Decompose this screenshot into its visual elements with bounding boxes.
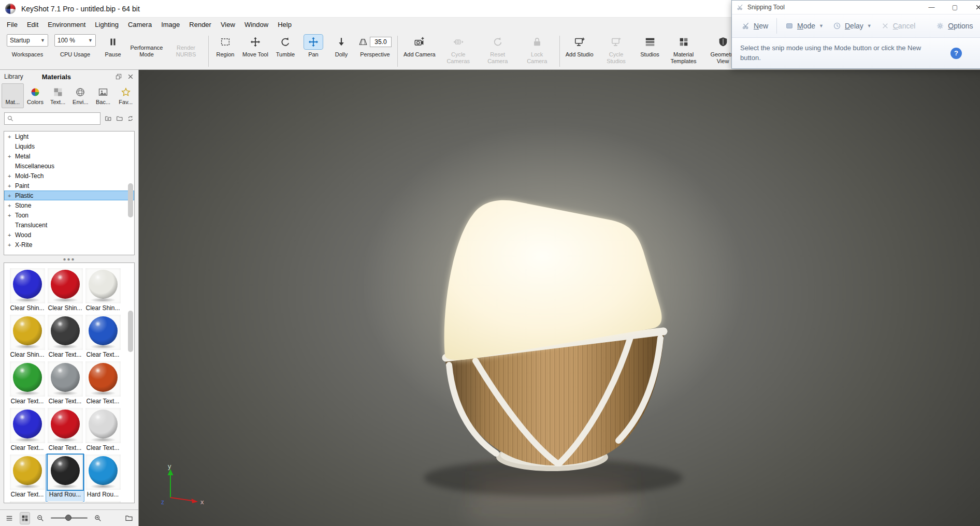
tree-item-plastic[interactable]: +Plastic	[4, 191, 134, 200]
tree-item-mold-tech[interactable]: +Mold-Tech	[4, 171, 134, 181]
zoom-out-button[interactable]	[35, 513, 45, 524]
open-folder-button[interactable]	[124, 513, 134, 524]
material-item[interactable]: Clear Text...	[46, 315, 84, 361]
material-item[interactable]: Clear Shin...	[84, 268, 122, 315]
tree-item-liquids[interactable]: Liquids	[4, 141, 134, 151]
tree-item-metal[interactable]: +Metal	[4, 151, 134, 161]
material-item[interactable]: Clear Text...	[8, 361, 46, 408]
thumbnail-size-slider[interactable]	[51, 517, 88, 519]
perspective-input[interactable]	[370, 37, 392, 47]
panel-splitter[interactable]: ●●●	[0, 255, 138, 262]
menu-help[interactable]: Help	[273, 19, 296, 31]
add-camera-button[interactable]: Add Camera	[401, 34, 438, 68]
gear-icon	[936, 22, 944, 30]
tree-item-translucent[interactable]: Translucent	[4, 220, 134, 230]
add-studio-button[interactable]: Add Studio	[563, 34, 596, 68]
delay-button[interactable]: Delay ▼	[828, 18, 876, 34]
material-sphere-thumb	[51, 316, 80, 345]
snipping-title-bar: Snipping Tool — ▢	[732, 1, 980, 14]
material-item[interactable]: Clear Shin...	[8, 268, 46, 315]
list-view-button[interactable]	[5, 513, 15, 524]
search-box[interactable]	[4, 112, 100, 125]
menu-environment[interactable]: Environment	[43, 19, 90, 31]
tab-favorites[interactable]: Fav...	[114, 83, 137, 108]
dropdown-arrow-icon: ▼	[88, 38, 93, 43]
tumble-button[interactable]: Tumble	[272, 34, 299, 68]
material-item[interactable]: Clear Text...	[8, 408, 46, 455]
material-templates-button[interactable]: Material Templates	[665, 34, 703, 68]
region-button[interactable]: Region	[212, 34, 239, 68]
maximize-button[interactable]: ▢	[943, 1, 967, 14]
pause-button[interactable]: Pause	[99, 34, 126, 68]
menu-lighting[interactable]: Lighting	[90, 19, 123, 31]
material-item[interactable]: Clear Text...	[46, 408, 84, 455]
material-item[interactable]: Clear Text...	[8, 455, 46, 501]
tree-item-miscellaneous[interactable]: Miscellaneous	[4, 161, 134, 171]
library-panel: Library Materials Mat... Colors Text...	[0, 70, 139, 526]
x-axis-label: x	[200, 498, 204, 506]
zoom-in-button[interactable]	[93, 513, 103, 524]
material-item[interactable]	[8, 501, 46, 503]
minimize-button[interactable]: —	[920, 1, 943, 14]
new-snip-button[interactable]: New	[737, 18, 773, 34]
material-item[interactable]	[84, 501, 122, 503]
tab-environments[interactable]: Envi...	[69, 83, 92, 108]
tree-item-light[interactable]: +Light	[4, 132, 134, 141]
menu-view[interactable]: View	[216, 19, 240, 31]
menu-image[interactable]: Image	[156, 19, 184, 31]
folder-icon[interactable]	[116, 114, 123, 123]
tree-item-stone[interactable]: +Stone	[4, 200, 134, 210]
material-item[interactable]	[46, 501, 84, 503]
menu-window[interactable]: Window	[240, 19, 273, 31]
material-item[interactable]: Clear Shin...	[8, 315, 46, 361]
menu-edit[interactable]: Edit	[22, 19, 43, 31]
realtime-3d-viewport[interactable]: y x z	[139, 70, 980, 526]
close-panel-icon[interactable]	[127, 73, 134, 80]
pan-button[interactable]: Pan	[300, 34, 327, 68]
material-item[interactable]: Clear Text...	[46, 361, 84, 408]
dolly-button[interactable]: Dolly	[328, 34, 355, 68]
tree-item-paint[interactable]: +Paint	[4, 181, 134, 191]
options-button[interactable]: Options	[931, 18, 977, 34]
material-item[interactable]: Hard Rou...	[84, 455, 122, 501]
move-icon	[250, 36, 261, 48]
refresh-icon[interactable]	[127, 114, 134, 123]
studios-button[interactable]: Studios	[637, 34, 664, 68]
render-ball-button[interactable]	[109, 513, 119, 524]
tab-textures[interactable]: Text...	[47, 83, 69, 108]
tab-materials[interactable]: Mat...	[2, 83, 24, 108]
tree-item-wood[interactable]: +Wood	[4, 230, 134, 240]
tab-backplates[interactable]: Bac...	[92, 83, 114, 108]
menu-render[interactable]: Render	[184, 19, 216, 31]
material-item[interactable]: Clear Text...	[84, 315, 122, 361]
add-folder-icon[interactable]	[105, 114, 112, 123]
toolbar-separator	[397, 36, 398, 67]
workspaces-dropdown[interactable]: Startup ▼	[7, 34, 48, 47]
material-item-selected[interactable]: Hard Rou...	[46, 455, 84, 501]
tree-scrollbar[interactable]	[128, 183, 133, 217]
mode-button[interactable]: Mode ▼	[781, 18, 828, 34]
material-item[interactable]: Clear Shin...	[46, 268, 84, 315]
tree-item-toon[interactable]: +Toon	[4, 210, 134, 220]
performance-mode-button[interactable]: Performance Mode	[127, 34, 166, 68]
cpu-usage-control: 100 % ▼ CPU Usage	[52, 34, 98, 68]
tree-item-x-rite[interactable]: +X-Rite	[4, 240, 134, 250]
undock-panel-icon[interactable]	[115, 73, 122, 80]
cpu-usage-dropdown[interactable]: 100 % ▼	[54, 34, 96, 47]
material-sphere-thumb	[89, 316, 118, 345]
lock-camera-button: Lock Camera	[518, 34, 556, 68]
help-icon[interactable]: ?	[950, 48, 962, 59]
slider-knob[interactable]	[65, 515, 71, 521]
search-input[interactable]	[16, 114, 98, 123]
move-tool-button[interactable]: Move Tool	[240, 34, 271, 68]
snipping-toolbar: New Mode ▼ Delay ▼ Cancel Options	[732, 14, 980, 38]
tab-colors[interactable]: Colors	[24, 83, 47, 108]
close-button[interactable]	[967, 1, 980, 14]
material-item[interactable]: Clear Text...	[84, 408, 122, 455]
material-sphere-thumb	[51, 410, 80, 439]
material-item[interactable]: Clear Text...	[84, 361, 122, 408]
materials-scrollbar[interactable]	[128, 311, 133, 352]
grid-view-button[interactable]	[20, 513, 30, 524]
menu-camera[interactable]: Camera	[123, 19, 156, 31]
menu-file[interactable]: File	[2, 19, 22, 31]
